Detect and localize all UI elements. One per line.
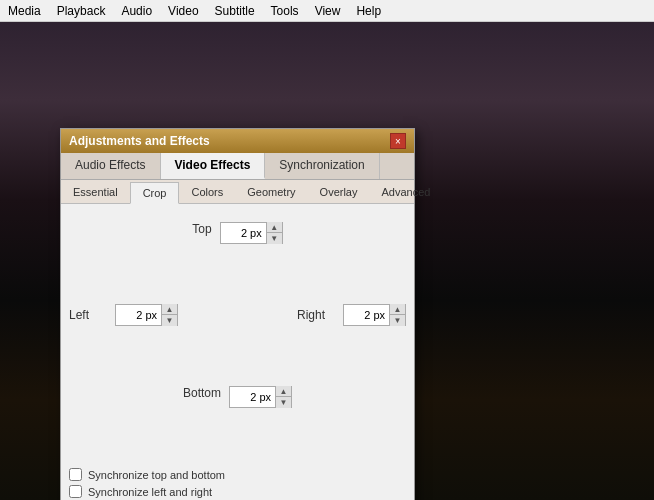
bottom-spinbox-arrows: ▲ ▼ [275, 386, 291, 408]
menu-view[interactable]: View [307, 2, 349, 20]
menu-media[interactable]: Media [0, 2, 49, 20]
sync-top-bottom-row: Synchronize top and bottom [69, 468, 406, 481]
dialog-titlebar: Adjustments and Effects × [61, 129, 414, 153]
left-spinbox[interactable]: ▲ ▼ [115, 304, 178, 326]
tab-overlay[interactable]: Overlay [308, 182, 370, 203]
tab-colors[interactable]: Colors [179, 182, 235, 203]
left-spinbox-arrows: ▲ ▼ [161, 304, 177, 326]
left-down-arrow[interactable]: ▼ [161, 315, 177, 326]
right-label: Right [297, 308, 337, 322]
dialog-title: Adjustments and Effects [69, 134, 210, 148]
left-input[interactable] [116, 305, 161, 325]
adjustments-dialog: Adjustments and Effects × Audio Effects … [60, 128, 415, 500]
bottom-up-arrow[interactable]: ▲ [275, 386, 291, 397]
tab-geometry[interactable]: Geometry [235, 182, 307, 203]
left-up-arrow[interactable]: ▲ [161, 304, 177, 315]
checkbox-section: Synchronize top and bottom Synchronize l… [61, 460, 414, 500]
top-row: Top ▲ ▼ [69, 222, 406, 244]
menubar: Media Playback Audio Video Subtitle Tool… [0, 0, 654, 22]
lr-row: Left ▲ ▼ Right ▲ ▼ [69, 304, 406, 326]
left-label: Left [69, 308, 109, 322]
primary-tabs: Audio Effects Video Effects Synchronizat… [61, 153, 414, 180]
bottom-row: Bottom ▲ ▼ [69, 386, 406, 408]
crop-area: Top ▲ ▼ Left ▲ ▼ [69, 222, 406, 452]
sync-left-right-row: Synchronize left and right [69, 485, 406, 498]
sync-left-right-label: Synchronize left and right [88, 486, 212, 498]
left-section: Left ▲ ▼ [69, 304, 178, 326]
sync-left-right-checkbox[interactable] [69, 485, 82, 498]
top-input[interactable] [221, 223, 266, 243]
tab-video-effects[interactable]: Video Effects [161, 153, 266, 179]
top-up-arrow[interactable]: ▲ [266, 222, 282, 233]
right-down-arrow[interactable]: ▼ [389, 315, 405, 326]
top-label: Top [192, 222, 211, 244]
right-section: Right ▲ ▼ [297, 304, 406, 326]
right-spinbox-arrows: ▲ ▼ [389, 304, 405, 326]
tab-crop[interactable]: Crop [130, 182, 180, 204]
tab-essential[interactable]: Essential [61, 182, 130, 203]
bottom-input[interactable] [230, 387, 275, 407]
secondary-tabs: Essential Crop Colors Geometry Overlay A… [61, 180, 414, 204]
bottom-spinbox[interactable]: ▲ ▼ [229, 386, 292, 408]
top-down-arrow[interactable]: ▼ [266, 233, 282, 244]
menu-subtitle[interactable]: Subtitle [207, 2, 263, 20]
tab-synchronization[interactable]: Synchronization [265, 153, 379, 179]
right-input[interactable] [344, 305, 389, 325]
top-spinbox[interactable]: ▲ ▼ [220, 222, 283, 244]
menu-audio[interactable]: Audio [113, 2, 160, 20]
tab-audio-effects[interactable]: Audio Effects [61, 153, 161, 179]
menu-help[interactable]: Help [348, 2, 389, 20]
bottom-down-arrow[interactable]: ▼ [275, 397, 291, 408]
menu-tools[interactable]: Tools [263, 2, 307, 20]
sync-top-bottom-checkbox[interactable] [69, 468, 82, 481]
right-spinbox[interactable]: ▲ ▼ [343, 304, 406, 326]
menu-video[interactable]: Video [160, 2, 206, 20]
right-up-arrow[interactable]: ▲ [389, 304, 405, 315]
menu-playback[interactable]: Playback [49, 2, 114, 20]
dialog-close-button[interactable]: × [390, 133, 406, 149]
crop-content: Top ▲ ▼ Left ▲ ▼ [61, 204, 414, 460]
top-spinbox-arrows: ▲ ▼ [266, 222, 282, 244]
sync-top-bottom-label: Synchronize top and bottom [88, 469, 225, 481]
tab-advanced[interactable]: Advanced [369, 182, 442, 203]
bottom-label: Bottom [183, 386, 221, 408]
